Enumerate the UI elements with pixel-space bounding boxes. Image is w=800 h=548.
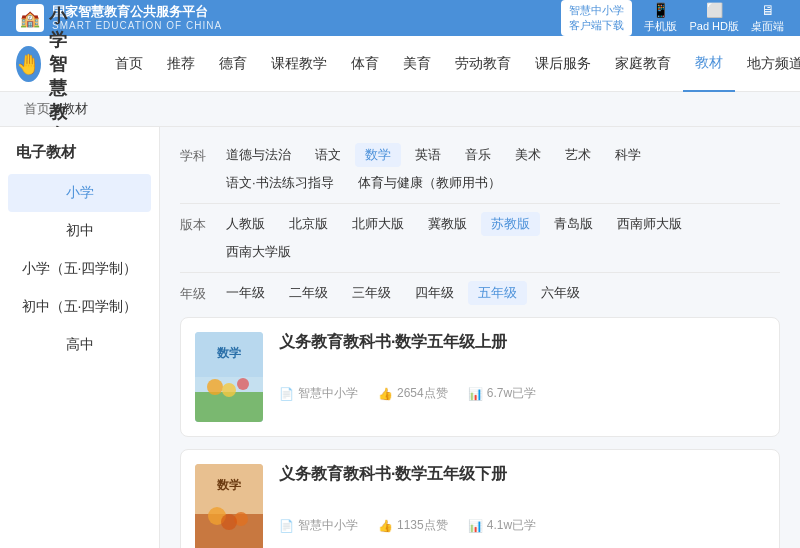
- edition-su[interactable]: 苏教版: [481, 212, 540, 236]
- top-bar: 🏫 国家智慧教育公共服务平台 SMART EDUCATION OF CHINA …: [0, 0, 800, 36]
- subject-tags: 道德与法治 语文 数学 英语 音乐 美术 艺术 科学 语文·书法练习指导 体育与…: [216, 143, 780, 195]
- nav-textbook[interactable]: 教材: [683, 36, 735, 92]
- views-label-2: 4.1w已学: [487, 517, 536, 534]
- edition-qingdao[interactable]: 青岛版: [544, 212, 603, 236]
- publisher-icon-1: 📄: [279, 387, 294, 401]
- likes-icon-1: 👍: [378, 387, 393, 401]
- right-panel: 学科 道德与法治 语文 数学 英语 音乐 美术 艺术 科学 语文·书法练习指导 …: [160, 127, 800, 548]
- subject-music[interactable]: 音乐: [455, 143, 501, 167]
- filter-divider2: [180, 272, 780, 273]
- edition-filter-row: 版本 人教版 北京版 北师大版 冀教版 苏教版 青岛版 西南师大版 西南大学版: [180, 212, 780, 264]
- edition-tags: 人教版 北京版 北师大版 冀教版 苏教版 青岛版 西南师大版 西南大学版: [216, 212, 780, 264]
- book-meta-2: 📄 智慧中小学 👍 1135点赞 📊 4.1w已学: [279, 517, 765, 534]
- filter-divider1: [180, 203, 780, 204]
- edition-xnsd[interactable]: 西南师大版: [607, 212, 692, 236]
- nav-art[interactable]: 美育: [391, 36, 443, 92]
- breadcrumb-home[interactable]: 首页: [24, 101, 50, 116]
- breadcrumb-separator: ›: [54, 101, 62, 116]
- svg-text:数学: 数学: [216, 478, 241, 492]
- nav-sports[interactable]: 体育: [339, 36, 391, 92]
- book-views-2: 📊 4.1w已学: [468, 517, 536, 534]
- content-area: 电子教材 小学 初中 小学（五·四学制） 初中（五·四学制） 高中 学科 道德与…: [0, 127, 800, 548]
- grade-1[interactable]: 一年级: [216, 281, 275, 305]
- svg-text:数学: 数学: [216, 346, 241, 360]
- nav-home[interactable]: 首页: [103, 36, 155, 92]
- book-meta-1: 📄 智慧中小学 👍 2654点赞 📊 6.7w已学: [279, 385, 765, 402]
- nav-afterschool[interactable]: 课后服务: [523, 36, 603, 92]
- svg-point-12: [221, 514, 237, 530]
- book-cover-img-1: 数学: [195, 332, 263, 422]
- breadcrumb: 首页 › 教材: [0, 92, 800, 127]
- edition-bsd[interactable]: 北师大版: [342, 212, 414, 236]
- grade-4[interactable]: 四年级: [405, 281, 464, 305]
- device-icons: 📱 手机版 ⬜ Pad HD版 🖥 桌面端: [644, 2, 784, 34]
- edition-xndx[interactable]: 西南大学版: [216, 240, 301, 264]
- book-likes-2: 👍 1135点赞: [378, 517, 448, 534]
- desktop-icon: 🖥: [761, 2, 775, 18]
- subject-pe[interactable]: 体育与健康（教师用书）: [348, 171, 511, 195]
- device-phone[interactable]: 📱 手机版: [644, 2, 677, 34]
- device-desktop[interactable]: 🖥 桌面端: [751, 2, 784, 34]
- book-cover-img-2: 数学: [195, 464, 263, 548]
- grade-5[interactable]: 五年级: [468, 281, 527, 305]
- likes-icon-2: 👍: [378, 519, 393, 533]
- logo-en: SMART EDUCATION OF CHINA: [52, 20, 222, 32]
- book-publisher-2: 📄 智慧中小学: [279, 517, 358, 534]
- svg-point-5: [237, 378, 249, 390]
- phone-icon: 📱: [652, 2, 669, 18]
- book-views-1: 📊 6.7w已学: [468, 385, 536, 402]
- nav-recommend[interactable]: 推荐: [155, 36, 207, 92]
- subject-art2[interactable]: 艺术: [555, 143, 601, 167]
- book-title-2: 义务教育教科书·数学五年级下册: [279, 464, 765, 485]
- views-icon-1: 📊: [468, 387, 483, 401]
- nav-course[interactable]: 课程教学: [259, 36, 339, 92]
- book-list: 数学 义务教育教科书·数学五年级上册 📄 智慧中小学: [180, 317, 780, 548]
- svg-point-4: [207, 379, 223, 395]
- subject-moral[interactable]: 道德与法治: [216, 143, 301, 167]
- grade-6[interactable]: 六年级: [531, 281, 590, 305]
- book-title-1: 义务教育教科书·数学五年级上册: [279, 332, 765, 353]
- sidebar-title: 电子教材: [0, 143, 159, 174]
- main-nav: 🤚 国家中小学智慧教育平台 首页 推荐 德育 课程教学 体育 美育 劳动教育 课…: [0, 36, 800, 92]
- publisher-label-2: 智慧中小学: [298, 517, 358, 534]
- grade-3[interactable]: 三年级: [342, 281, 401, 305]
- device-pad-label: Pad HD版: [689, 19, 739, 34]
- publisher-label-1: 智慧中小学: [298, 385, 358, 402]
- book-publisher-1: 📄 智慧中小学: [279, 385, 358, 402]
- sidebar-item-middle[interactable]: 初中: [0, 212, 159, 250]
- grade-2[interactable]: 二年级: [279, 281, 338, 305]
- device-phone-label: 手机版: [644, 19, 677, 34]
- sidebar: 电子教材 小学 初中 小学（五·四学制） 初中（五·四学制） 高中: [0, 127, 160, 548]
- subject-chinese[interactable]: 语文: [305, 143, 351, 167]
- device-desktop-label: 桌面端: [751, 19, 784, 34]
- sidebar-item-primary54[interactable]: 小学（五·四学制）: [0, 250, 159, 288]
- likes-label-2: 1135点赞: [397, 517, 448, 534]
- book-cover-1: 数学: [195, 332, 263, 422]
- sidebar-item-high[interactable]: 高中: [0, 326, 159, 364]
- device-pad[interactable]: ⬜ Pad HD版: [689, 2, 739, 34]
- nav-local[interactable]: 地方频道 ▾: [735, 36, 800, 92]
- edition-ji[interactable]: 冀教版: [418, 212, 477, 236]
- edition-beijing[interactable]: 北京版: [279, 212, 338, 236]
- nav-labor[interactable]: 劳动教育: [443, 36, 523, 92]
- book-info-1: 义务教育教科书·数学五年级上册 📄 智慧中小学 👍 2654点赞 📊 6.: [279, 332, 765, 402]
- book-info-2: 义务教育教科书·数学五年级下册 📄 智慧中小学 👍 1135点赞 📊 4.: [279, 464, 765, 534]
- book-item-2[interactable]: 数学 义务教育教科书·数学五年级下册 📄 智慧中小学: [180, 449, 780, 548]
- edition-label: 版本: [180, 212, 216, 234]
- subject-science[interactable]: 科学: [605, 143, 651, 167]
- subject-arts[interactable]: 美术: [505, 143, 551, 167]
- views-icon-2: 📊: [468, 519, 483, 533]
- book-item-1[interactable]: 数学 义务教育教科书·数学五年级上册 📄 智慧中小学: [180, 317, 780, 437]
- subject-english[interactable]: 英语: [405, 143, 451, 167]
- nav-moral[interactable]: 德育: [207, 36, 259, 92]
- nav-family[interactable]: 家庭教育: [603, 36, 683, 92]
- sidebar-item-middle54[interactable]: 初中（五·四学制）: [0, 288, 159, 326]
- sidebar-item-primary[interactable]: 小学: [8, 174, 151, 212]
- edition-renjiao[interactable]: 人教版: [216, 212, 275, 236]
- grade-label: 年级: [180, 281, 216, 303]
- views-label-1: 6.7w已学: [487, 385, 536, 402]
- download-badge[interactable]: 智慧中小学客户端下载: [561, 0, 632, 36]
- subject-calligraphy[interactable]: 语文·书法练习指导: [216, 171, 344, 195]
- subject-label: 学科: [180, 143, 216, 165]
- subject-math[interactable]: 数学: [355, 143, 401, 167]
